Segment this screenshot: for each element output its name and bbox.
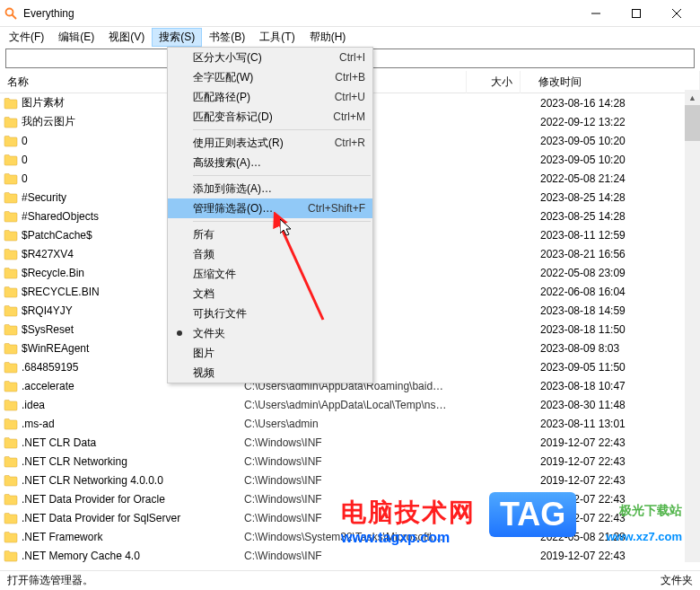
file-date: 2019-12-07 22:43 xyxy=(522,512,700,524)
folder-icon xyxy=(4,549,18,563)
menu-filter-folder[interactable]: 文件夹 xyxy=(168,323,372,343)
file-date: 2019-12-07 22:43 xyxy=(522,455,700,468)
folder-icon xyxy=(4,228,18,242)
file-name: .NET CLR Data xyxy=(22,436,244,449)
folder-icon xyxy=(4,209,18,224)
svg-point-0 xyxy=(6,8,13,15)
folder-icon xyxy=(4,285,18,299)
menu-regex[interactable]: 使用正则表达式(R)Ctrl+R xyxy=(168,133,372,153)
folder-icon xyxy=(4,473,18,488)
menu-search[interactable]: 搜索(S) xyxy=(152,28,202,47)
file-date: 2023-08-11 12:59 xyxy=(522,229,700,242)
file-date: 2022-05-08 21:24 xyxy=(522,172,700,185)
menu-advanced-search[interactable]: 高级搜索(A)… xyxy=(168,153,372,172)
folder-icon xyxy=(4,322,18,337)
file-name: .NET CLR Networking 4.0.0.0 xyxy=(22,474,244,487)
folder-icon xyxy=(4,304,18,318)
file-row[interactable]: .NET CLR Networking 4.0.0.0C:\Windows\IN… xyxy=(0,471,700,489)
folder-icon xyxy=(4,115,18,129)
file-row[interactable]: .NET Data Provider for OracleC:\Windows\… xyxy=(0,489,700,508)
file-date: 2022-05-08 21:28 xyxy=(522,531,700,543)
scrollbar-thumb[interactable] xyxy=(685,105,700,141)
menu-bookmark[interactable]: 书签(B) xyxy=(202,28,252,47)
file-date: 2023-08-09 8:03 xyxy=(522,342,700,355)
file-row[interactable]: .NET Memory Cache 4.0C:\Windows\INF2019-… xyxy=(0,546,700,565)
scroll-up-icon[interactable]: ▲ xyxy=(685,90,700,105)
file-date: 2023-08-11 13:01 xyxy=(522,418,700,430)
file-date: 2019-12-07 22:43 xyxy=(522,474,700,487)
folder-icon xyxy=(4,379,18,393)
file-name: .NET CLR Networking xyxy=(22,455,244,468)
header-date[interactable]: 修改时间 xyxy=(521,71,700,93)
maximize-button[interactable] xyxy=(616,0,656,27)
menu-match-case[interactable]: 区分大小写(C)Ctrl+I xyxy=(168,48,372,67)
folder-icon xyxy=(4,190,18,205)
separator xyxy=(193,175,371,176)
menu-filter-video[interactable]: 视频 xyxy=(168,363,372,383)
menu-add-filter[interactable]: 添加到筛选(A)… xyxy=(168,179,372,198)
file-row[interactable]: .NET FrameworkC:\Windows\System32\Tasks\… xyxy=(0,527,700,546)
folder-icon xyxy=(4,266,18,280)
file-date: 2023-08-18 10:47 xyxy=(522,380,700,392)
menu-diacritics[interactable]: 匹配变音标记(D)Ctrl+M xyxy=(168,107,372,127)
file-date: 2023-08-18 14:59 xyxy=(522,304,700,317)
file-date: 2019-12-07 22:43 xyxy=(522,493,700,506)
menu-filter-document[interactable]: 文档 xyxy=(168,284,372,304)
menu-view[interactable]: 视图(V) xyxy=(101,28,152,47)
file-path: C:\Windows\INF xyxy=(244,512,468,524)
file-row[interactable]: .NET CLR NetworkingC:\Windows\INF2019-12… xyxy=(0,452,700,471)
minimize-button[interactable] xyxy=(575,0,616,27)
folder-icon xyxy=(4,398,18,412)
file-date: 2019-12-07 22:43 xyxy=(522,550,700,562)
file-path: C:\Windows\INF xyxy=(244,493,468,506)
file-row[interactable]: .ms-adC:\Users\admin2023-08-11 13:01 xyxy=(0,414,700,433)
separator xyxy=(193,221,371,222)
status-right: 文件夹 xyxy=(661,573,693,588)
file-path: C:\Windows\INF xyxy=(244,455,468,468)
file-row[interactable]: .NET CLR DataC:\Windows\INF2019-12-07 22… xyxy=(0,433,700,452)
file-date: 2019-12-07 22:43 xyxy=(522,436,700,449)
file-path: C:\Windows\INF xyxy=(244,436,468,449)
app-icon xyxy=(4,6,18,21)
file-date: 2023-08-18 11:50 xyxy=(522,323,700,336)
menu-filter-picture[interactable]: 图片 xyxy=(168,343,372,363)
file-row[interactable]: .NET Data Provider for SqlServerC:\Windo… xyxy=(0,508,700,527)
svg-line-1 xyxy=(13,14,17,19)
file-row[interactable]: .ideaC:\Users\admin\AppData\Local\Temp\n… xyxy=(0,395,700,414)
file-path: C:\Windows\INF xyxy=(244,474,468,487)
file-path: C:\Windows\System32\Tasks\Microsoft\… xyxy=(244,531,468,543)
folder-icon xyxy=(4,341,18,356)
menu-organize-filters[interactable]: 管理筛选器(O)…Ctrl+Shift+F xyxy=(168,198,372,218)
scrollbar[interactable]: ▲ xyxy=(685,90,700,562)
folder-icon xyxy=(4,511,18,525)
menu-file[interactable]: 文件(F) xyxy=(2,28,51,47)
close-button[interactable] xyxy=(656,0,696,27)
file-name: .NET Memory Cache 4.0 xyxy=(22,550,244,562)
folder-icon xyxy=(4,247,18,261)
folder-icon xyxy=(4,96,18,110)
separator xyxy=(193,129,371,130)
status-left: 打开筛选管理器。 xyxy=(7,573,93,588)
file-date: 2022-06-08 16:04 xyxy=(522,286,700,298)
file-name: .ms-ad xyxy=(22,418,244,430)
file-path: C:\Users\admin\AppData\Local\Temp\ns… xyxy=(244,399,468,411)
file-path: C:\Windows\INF xyxy=(244,550,468,562)
window-title: Everything xyxy=(23,7,575,20)
header-size[interactable]: 大小 xyxy=(467,71,521,93)
menu-tools[interactable]: 工具(T) xyxy=(252,28,302,47)
folder-icon xyxy=(4,417,18,431)
search-dropdown: 区分大小写(C)Ctrl+I 全字匹配(W)Ctrl+B 匹配路径(P)Ctrl… xyxy=(167,47,373,383)
folder-icon xyxy=(4,153,18,167)
menu-edit[interactable]: 编辑(E) xyxy=(51,28,101,47)
folder-icon xyxy=(4,454,18,469)
file-date: 2023-08-16 14:28 xyxy=(522,97,700,110)
file-date: 2023-09-05 10:20 xyxy=(522,154,700,166)
menu-whole-word[interactable]: 全字匹配(W)Ctrl+B xyxy=(168,67,372,87)
menu-match-path[interactable]: 匹配路径(P)Ctrl+U xyxy=(168,87,372,107)
menu-filter-all[interactable]: 所有 xyxy=(168,225,372,244)
folder-icon xyxy=(4,134,18,148)
menu-filter-executable[interactable]: 可执行文件 xyxy=(168,304,372,323)
menu-help[interactable]: 帮助(H) xyxy=(302,28,354,47)
menu-filter-audio[interactable]: 音频 xyxy=(168,244,372,264)
menu-filter-compressed[interactable]: 压缩文件 xyxy=(168,264,372,284)
